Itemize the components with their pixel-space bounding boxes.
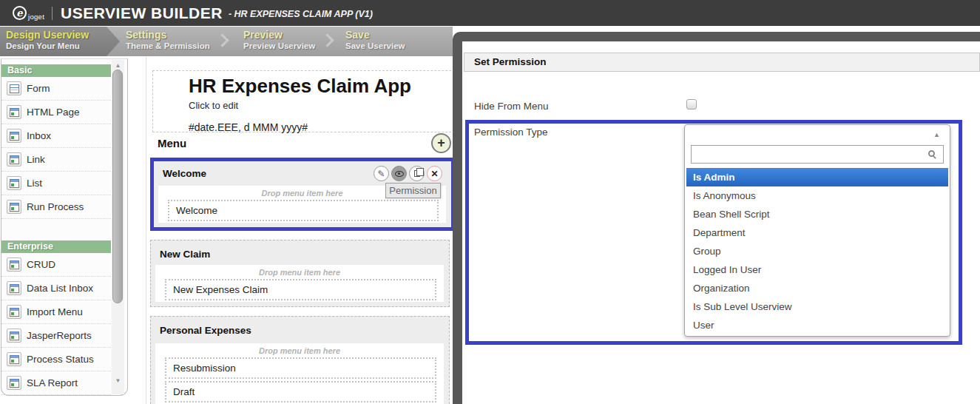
chevron-up-icon[interactable]: ▲ xyxy=(933,131,940,138)
wizard-steps-bar: Design Userview Design Your Menu Setting… xyxy=(0,27,453,56)
palette-item-label: CRUD xyxy=(27,259,55,270)
category-actions: ✎ ✕ xyxy=(374,166,442,181)
delete-category-button[interactable]: ✕ xyxy=(427,166,442,181)
dialog-title: Set Permission xyxy=(464,53,980,72)
palette-item-import-menu[interactable]: Import Menu xyxy=(1,300,111,324)
menu-item-draft[interactable]: Draft xyxy=(165,381,436,403)
palette-item-run-process[interactable]: Run Process xyxy=(1,195,111,219)
palette-item-crud[interactable]: CRUD xyxy=(1,253,111,277)
eye-icon xyxy=(395,171,404,177)
category-welcome[interactable]: Welcome ✎ ✕ Drop menu item here Welcome … xyxy=(150,158,453,231)
menu-item-resubmission[interactable]: Resubmission xyxy=(165,357,436,379)
palette-item-data-list-inbox[interactable]: Data List Inbox xyxy=(1,277,111,300)
option-is-admin[interactable]: Is Admin xyxy=(686,168,948,186)
menu-element-icon xyxy=(7,352,21,366)
category-name: Personal Expenses xyxy=(160,325,251,336)
sidebar-scrollbar[interactable]: ▲ ▼ xyxy=(112,60,124,394)
option-organization[interactable]: Organization xyxy=(685,279,950,297)
joget-logo-icon: e xyxy=(13,6,27,20)
option-is-sub-level-userview[interactable]: Is Sub Level Userview xyxy=(685,297,950,316)
option-bean-shell-script[interactable]: Bean Shell Script xyxy=(685,205,950,223)
copy-icon xyxy=(414,170,420,177)
step-label: Save xyxy=(345,29,405,41)
dropdown-search-input[interactable] xyxy=(695,147,916,161)
form-icon xyxy=(7,81,21,95)
palette-item-jasperreports[interactable]: JasperReports xyxy=(1,324,111,348)
option-is-anonymous[interactable]: Is Anonymous xyxy=(685,186,950,205)
palette-item-sla-report[interactable]: SLA Report xyxy=(1,371,111,395)
joget-logo-text: joget xyxy=(28,13,44,21)
category-name: Welcome xyxy=(163,168,206,179)
menu-element-icon xyxy=(7,152,21,166)
step-settings[interactable]: Settings Theme & Permission xyxy=(126,27,210,56)
palette-item-list[interactable]: List xyxy=(1,172,111,195)
palette-item-label: HTML Page xyxy=(27,107,80,118)
palette-item-form[interactable]: Form xyxy=(1,77,111,101)
option-logged-in-user[interactable]: Logged In User xyxy=(685,260,950,279)
step-label: Design Userview xyxy=(6,29,120,41)
menu-element-icon xyxy=(7,200,21,214)
menu-element-icon xyxy=(7,329,21,343)
chevron-separator-icon xyxy=(215,33,229,47)
palette-section-basic: Basic xyxy=(1,64,111,77)
hide-from-menu-label: Hide From Menu xyxy=(474,101,549,112)
category-dropzone: Drop menu item here Resubmission Draft xyxy=(155,343,444,404)
app-title: USERVIEW BUILDER xyxy=(61,4,223,22)
palette-item-label: List xyxy=(27,178,42,189)
category-personal-expenses[interactable]: Personal Expenses Drop menu item here Re… xyxy=(150,316,450,404)
palette-item-link[interactable]: Link xyxy=(1,148,111,172)
drop-hint: Drop menu item here xyxy=(155,265,444,277)
palette-item-label: SLA Report xyxy=(27,377,78,388)
palette-item-label: Link xyxy=(27,154,45,165)
menu-element-icon xyxy=(7,376,21,390)
menu-element-palette: Basic Form HTML Page Inbox Link List Run… xyxy=(1,58,128,396)
menu-section-label: Menu xyxy=(158,137,186,149)
step-preview[interactable]: Preview Preview Userview xyxy=(243,27,315,56)
scrollbar-thumb[interactable] xyxy=(112,70,123,303)
permission-button[interactable] xyxy=(391,166,407,181)
hide-from-menu-checkbox[interactable] xyxy=(686,99,697,110)
palette-item-label: JasperReports xyxy=(27,330,92,341)
category-dropzone: Drop menu item here New Expenses Claim xyxy=(155,265,444,302)
palette-item-label: Run Process xyxy=(27,201,84,212)
click-to-edit-hint: Click to edit xyxy=(189,100,453,111)
edit-category-button[interactable]: ✎ xyxy=(374,166,389,181)
copy-category-button[interactable] xyxy=(409,166,425,181)
drop-hint: Drop menu item here xyxy=(155,343,444,355)
option-group[interactable]: Group xyxy=(685,242,950,260)
menu-item-welcome[interactable]: Welcome xyxy=(168,200,439,221)
userview-design-canvas: HR Expenses Claim App Click to edit #dat… xyxy=(146,57,453,404)
palette-item-html-page[interactable]: HTML Page xyxy=(1,101,111,124)
pencil-icon: ✎ xyxy=(377,169,385,179)
close-icon: ✕ xyxy=(430,169,438,179)
palette-item-inbox[interactable]: Inbox xyxy=(1,124,111,148)
step-sublabel: Design Your Menu xyxy=(6,41,120,50)
palette-item-label: Import Menu xyxy=(27,306,83,317)
menu-element-icon xyxy=(7,129,21,143)
step-save[interactable]: Save Save Userview xyxy=(345,27,405,56)
set-permission-dialog: Set Permission Hide From Menu Permission… xyxy=(462,41,980,404)
step-design-userview[interactable]: Design Userview Design Your Menu xyxy=(0,27,120,56)
add-category-button[interactable]: + xyxy=(431,133,451,153)
option-department[interactable]: Department xyxy=(685,223,950,242)
palette-item-process-status[interactable]: Process Status xyxy=(1,348,111,371)
menu-element-icon xyxy=(7,257,21,272)
menu-item-new-expenses-claim[interactable]: New Expenses Claim xyxy=(165,279,436,300)
permission-type-dropdown[interactable]: ▲ Is Admin Is Anonymous Bean Shell Scrip… xyxy=(684,124,950,337)
app-subtitle: - HR EXPENSES CLAIM APP (V1) xyxy=(229,7,373,19)
category-name: New Claim xyxy=(160,249,210,260)
menu-element-icon xyxy=(7,281,21,295)
menu-element-icon xyxy=(7,305,21,319)
menu-element-icon xyxy=(7,176,21,190)
option-user[interactable]: User xyxy=(685,316,950,334)
category-new-claim[interactable]: New Claim Drop menu item here New Expens… xyxy=(150,240,450,307)
userview-title: HR Expenses Claim App xyxy=(189,75,453,98)
search-icon xyxy=(928,150,935,157)
scroll-up-icon[interactable]: ▲ xyxy=(112,62,124,69)
userview-builder-app: e joget USERVIEW BUILDER - HR EXPENSES C… xyxy=(0,0,980,404)
permission-type-label: Permission Type xyxy=(474,127,548,138)
palette-item-label: Data List Inbox xyxy=(27,283,93,294)
palette-section-enterprise: Enterprise xyxy=(1,240,111,253)
userview-header-block[interactable]: HR Expenses Claim App Click to edit #dat… xyxy=(152,70,453,132)
scroll-down-icon[interactable]: ▼ xyxy=(112,377,124,384)
